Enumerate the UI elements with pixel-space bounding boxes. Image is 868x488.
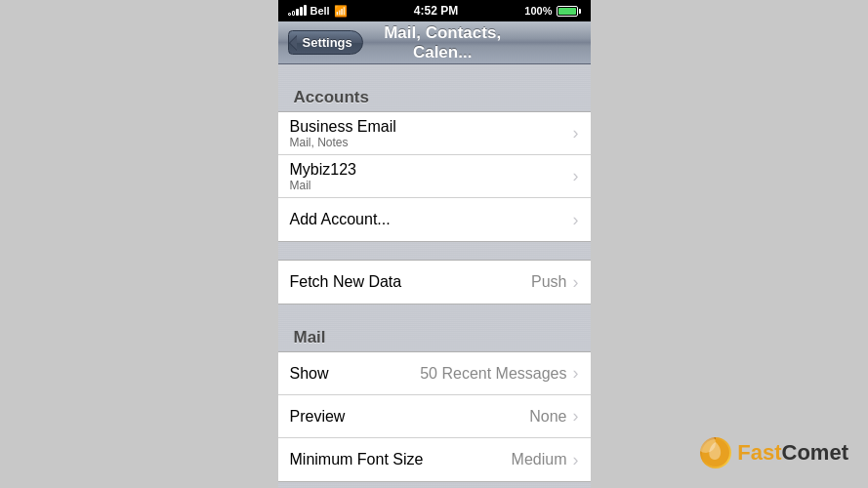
chevron-icon: › — [573, 363, 579, 384]
fetch-new-data-right: Push › — [531, 272, 578, 293]
chevron-icon: › — [573, 450, 579, 470]
mail-show-left: Show — [290, 365, 329, 383]
signal-bar-5 — [304, 5, 307, 16]
watermark: FastComet — [700, 437, 848, 468]
back-button[interactable]: Settings — [288, 30, 363, 55]
add-account-right: › — [573, 210, 579, 230]
mail-show-value: 50 Recent Messages — [420, 365, 566, 383]
chevron-icon: › — [573, 272, 579, 293]
mail-font-size-title: Minimum Font Size — [290, 451, 424, 468]
fetch-data-table: Fetch New Data Push › — [278, 260, 591, 305]
status-left: Bell 📶 — [288, 5, 348, 18]
add-account-title: Add Account... — [290, 211, 391, 228]
account-mybiz123-title: Mybiz123 — [290, 161, 356, 179]
account-business-email[interactable]: Business Email Mail, Notes › — [278, 112, 591, 155]
signal-bar-2 — [292, 11, 295, 16]
add-account-cell[interactable]: Add Account... › — [278, 198, 591, 241]
status-time: 4:52 PM — [414, 4, 458, 18]
signal-bar-4 — [300, 7, 303, 16]
add-account-left: Add Account... — [290, 211, 391, 228]
accounts-section-header: Accounts — [278, 82, 591, 111]
nav-bar: Settings Mail, Contacts, Calen... — [278, 21, 591, 64]
accounts-table: Business Email Mail, Notes › Mybiz123 Ma… — [278, 111, 591, 242]
mail-show-cell[interactable]: Show 50 Recent Messages › — [278, 352, 591, 395]
mail-font-size-left: Minimum Font Size — [290, 451, 424, 468]
account-business-email-left: Business Email Mail, Notes — [290, 118, 396, 149]
chevron-icon: › — [573, 406, 579, 427]
account-business-email-title: Business Email — [290, 118, 396, 136]
account-mybiz123[interactable]: Mybiz123 Mail › — [278, 155, 591, 198]
content-area: Accounts Business Email Mail, Notes › My… — [278, 64, 591, 488]
wifi-icon: 📶 — [334, 5, 348, 18]
signal-bars — [288, 6, 307, 16]
watermark-brand: FastComet — [737, 440, 848, 466]
mail-preview-left: Preview — [290, 408, 346, 426]
fetch-new-data-label: Fetch New Data — [290, 273, 402, 291]
chevron-icon: › — [573, 210, 579, 230]
account-business-email-right: › — [573, 123, 579, 143]
account-business-email-subtitle: Mail, Notes — [290, 136, 396, 149]
account-mybiz123-right: › — [573, 166, 579, 186]
status-bar: Bell 📶 4:52 PM 100% — [278, 0, 591, 21]
fetch-new-data-cell[interactable]: Fetch New Data Push › — [278, 261, 591, 304]
watermark-logo — [700, 437, 731, 468]
signal-bar-3 — [296, 9, 299, 16]
status-right: 100% — [524, 5, 580, 17]
signal-bar-1 — [288, 13, 291, 16]
chevron-icon: › — [573, 123, 579, 143]
chevron-icon: › — [573, 166, 579, 186]
mail-font-size-right: Medium › — [512, 450, 579, 470]
watermark-logo-svg — [700, 437, 731, 468]
carrier-name: Bell — [310, 5, 330, 17]
mail-preview-cell[interactable]: Preview None › — [278, 395, 591, 438]
mail-font-size-cell[interactable]: Minimum Font Size Medium › — [278, 438, 591, 481]
mail-table: Show 50 Recent Messages › Preview None › — [278, 351, 591, 482]
mail-section-header: Mail — [278, 322, 591, 351]
mail-show-right: 50 Recent Messages › — [420, 363, 578, 384]
mail-preview-right: None › — [529, 406, 578, 427]
battery-icon — [557, 6, 581, 17]
mail-show-title: Show — [290, 365, 329, 383]
battery-percent: 100% — [524, 5, 552, 17]
nav-title: Mail, Contacts, Calen... — [363, 23, 522, 62]
mail-preview-title: Preview — [290, 408, 346, 426]
mail-preview-value: None — [529, 408, 566, 426]
fetch-new-data-left: Fetch New Data — [290, 273, 402, 291]
mail-font-size-value: Medium — [512, 451, 567, 468]
account-mybiz123-left: Mybiz123 Mail — [290, 161, 356, 192]
account-mybiz123-subtitle: Mail — [290, 179, 356, 192]
fetch-new-data-value: Push — [531, 273, 566, 291]
phone-frame: Bell 📶 4:52 PM 100% Settings Mail, Conta… — [278, 0, 591, 488]
